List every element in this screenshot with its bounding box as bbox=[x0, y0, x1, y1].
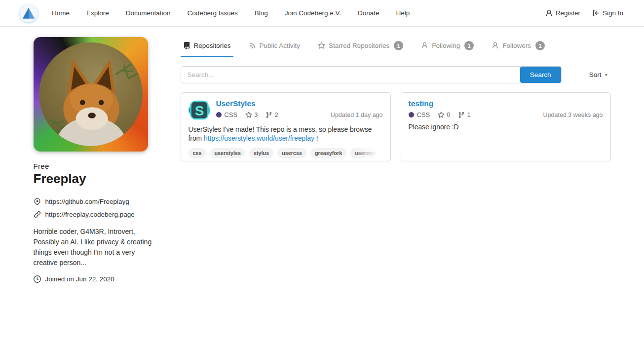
nav-item-explore[interactable]: Explore bbox=[86, 9, 109, 17]
profile-links: https://github.com/Freeplayg https://fre… bbox=[34, 198, 154, 218]
star-count-value: 0 bbox=[447, 111, 450, 118]
topic-tag[interactable]: greasyfork bbox=[310, 148, 346, 158]
svg-text:S: S bbox=[194, 103, 204, 118]
codeberg-logo[interactable] bbox=[20, 4, 38, 22]
profile-location-row: https://github.com/Freeplayg bbox=[34, 198, 154, 205]
repo-link[interactable]: testing bbox=[409, 99, 434, 108]
profile-joined-row: Joined on Jun 22, 2020 bbox=[34, 275, 154, 283]
tab-label: Starred Repositories bbox=[329, 42, 389, 49]
sort-dropdown[interactable]: Sort bbox=[589, 71, 611, 78]
topic-tag[interactable]: css bbox=[189, 148, 206, 158]
nav-item-codeberg-issues[interactable]: Codeberg Issues bbox=[188, 9, 238, 17]
topic-list bbox=[409, 136, 603, 147]
git-branch-icon bbox=[458, 112, 465, 118]
topic-tag[interactable]: userstyles bbox=[210, 148, 245, 158]
repo-description: Please ignore :D bbox=[409, 123, 603, 132]
profile-main: RepositoriesPublic ActivityStarred Repos… bbox=[181, 36, 611, 283]
star-icon bbox=[245, 112, 252, 118]
top-navbar: HomeExploreDocumentationCodeberg IssuesB… bbox=[0, 0, 644, 27]
page-content: Free Freeplay https://github.com/Freepla… bbox=[34, 27, 611, 283]
repo-list: S UserStyles CSS 3 2 Updated 1 day ago bbox=[181, 92, 611, 161]
fork-count-value: 1 bbox=[467, 111, 470, 118]
profile-full-name: Free bbox=[34, 162, 154, 170]
nav-item-donate[interactable]: Donate bbox=[358, 9, 379, 17]
tab-label: Following bbox=[432, 42, 460, 49]
nav-item-documentation[interactable]: Documentation bbox=[126, 9, 171, 17]
person-icon bbox=[545, 9, 553, 17]
repo-card-header: testing CSS 0 1 Updated 3 weeks ago bbox=[409, 99, 603, 118]
repo-card: testing CSS 0 1 Updated 3 weeks ago bbox=[401, 92, 611, 161]
nav-item-home[interactable]: Home bbox=[52, 9, 70, 17]
nav-auth: Register Sign In bbox=[545, 9, 623, 17]
repo-description: UserStyles I've made! This repo is a mes… bbox=[189, 125, 383, 144]
profile-avatar bbox=[34, 37, 148, 152]
search-bar: Search bbox=[181, 66, 562, 83]
fork-count-value: 2 bbox=[274, 111, 278, 118]
language-label: CSS bbox=[417, 111, 430, 118]
profile-website-link[interactable]: https://freeplay.codeberg.page bbox=[45, 211, 135, 218]
tab-label: Followers bbox=[502, 42, 531, 49]
profile-location-text: https://github.com/Freeplayg bbox=[45, 198, 129, 205]
sign-in-icon bbox=[592, 9, 600, 17]
sort-label: Sort bbox=[589, 71, 602, 78]
tab-public-activity[interactable]: Public Activity bbox=[246, 36, 303, 57]
topic-tag[interactable]: stylus bbox=[249, 148, 273, 158]
repo-head: UserStyles CSS 3 2 Updated 1 day ago bbox=[216, 99, 383, 121]
repo-link[interactable]: UserStyles bbox=[216, 99, 256, 108]
repo-head: testing CSS 0 1 Updated 3 weeks ago bbox=[409, 99, 603, 118]
fork-count: 2 bbox=[265, 111, 278, 118]
star-icon bbox=[318, 42, 325, 49]
register-link[interactable]: Register bbox=[545, 9, 580, 17]
fox-illustration bbox=[39, 42, 143, 146]
git-branch-icon bbox=[265, 112, 272, 118]
nav-item-join-codeberg-e-v[interactable]: Join Codeberg e.V. bbox=[285, 9, 341, 17]
tab-repositories[interactable]: Repositories bbox=[181, 36, 233, 57]
tab-following[interactable]: Following1 bbox=[418, 36, 476, 57]
tab-label: Repositories bbox=[194, 42, 231, 49]
language-dot bbox=[216, 112, 222, 117]
star-count-value: 3 bbox=[254, 111, 258, 118]
nav-item-blog[interactable]: Blog bbox=[255, 9, 268, 17]
link-icon bbox=[34, 211, 41, 218]
count-badge: 1 bbox=[535, 41, 545, 50]
repo-icon bbox=[183, 42, 190, 49]
tab-followers[interactable]: Followers1 bbox=[489, 36, 547, 57]
search-row: Search Sort bbox=[181, 66, 611, 83]
person-icon bbox=[421, 42, 428, 49]
repo-description-text: Please ignore :D bbox=[409, 123, 459, 131]
updated-time: Updated 1 day ago bbox=[331, 112, 383, 118]
repo-meta: CSS 3 2 Updated 1 day ago bbox=[216, 111, 383, 118]
search-button[interactable]: Search bbox=[520, 67, 561, 83]
tab-label: Public Activity bbox=[260, 42, 301, 49]
profile-username: Freeplay bbox=[34, 171, 154, 187]
profile-website-row: https://freeplay.codeberg.page bbox=[34, 211, 154, 218]
repo-description-suffix: ! bbox=[316, 135, 318, 142]
person-icon bbox=[492, 42, 499, 49]
sign-in-label: Sign In bbox=[603, 9, 623, 17]
sign-in-link[interactable]: Sign In bbox=[592, 9, 623, 17]
repo-logo-icon: S bbox=[189, 99, 210, 121]
star-count: 3 bbox=[245, 111, 258, 118]
language-label: CSS bbox=[225, 111, 238, 118]
rss-icon bbox=[249, 42, 256, 49]
profile-sidebar: Free Freeplay https://github.com/Freepla… bbox=[34, 36, 154, 283]
joined-date-text: Joined on Jun 22, 2020 bbox=[45, 275, 114, 283]
profile-bio: Horrible coder, G4M3R, Introvert, Possib… bbox=[34, 227, 154, 268]
main-nav: HomeExploreDocumentationCodeberg IssuesB… bbox=[52, 9, 410, 17]
updated-time: Updated 3 weeks ago bbox=[543, 112, 603, 118]
search-input[interactable] bbox=[181, 67, 520, 83]
count-badge: 1 bbox=[464, 41, 474, 50]
fork-count: 1 bbox=[458, 111, 470, 118]
star-count: 0 bbox=[438, 111, 450, 118]
caret-down-icon bbox=[604, 72, 609, 77]
repo-description-link[interactable]: https://userstyles.world/user/freeplay bbox=[204, 135, 314, 142]
tab-starred-repositories[interactable]: Starred Repositories1 bbox=[315, 36, 406, 57]
repo-card: S UserStyles CSS 3 2 Updated 1 day ago bbox=[181, 92, 391, 161]
clock-icon bbox=[34, 275, 41, 283]
nav-item-help[interactable]: Help bbox=[396, 9, 410, 17]
topic-tag[interactable]: usercss bbox=[277, 148, 306, 158]
topic-tag[interactable]: userstyle bbox=[350, 148, 382, 158]
profile-tabs: RepositoriesPublic ActivityStarred Repos… bbox=[181, 36, 611, 57]
location-pin-icon bbox=[34, 198, 41, 205]
register-label: Register bbox=[556, 9, 580, 17]
